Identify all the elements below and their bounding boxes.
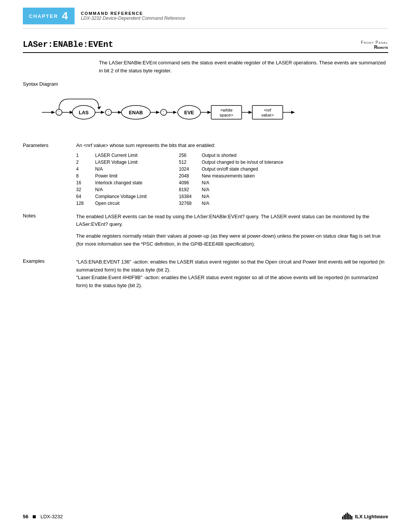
param-num: 8	[76, 173, 95, 179]
syntax-diagram-container: : LAS : ENAB	[23, 91, 388, 133]
header-right: COMMAND REFERENCE LDX-3232 Device-Depend…	[75, 8, 191, 24]
param-desc: N/A	[95, 166, 179, 173]
svg-text:<nrf: <nrf	[264, 108, 271, 112]
remote-label: Remote	[361, 45, 388, 50]
param-desc2: N/A	[202, 193, 388, 200]
svg-marker-1	[51, 111, 55, 114]
header-subtitle: LDX-3232 Device-Dependent Command Refere…	[81, 16, 185, 21]
param-num: 32	[76, 186, 95, 193]
header: CHAPTER 4 COMMAND REFERENCE LDX-3232 Dev…	[0, 0, 411, 28]
command-title: LASer:ENABle:EVEnt	[23, 40, 113, 50]
param-num: 2	[76, 159, 95, 166]
svg-rect-38	[344, 515, 345, 519]
parameters-label: Parameters	[23, 142, 76, 207]
param-desc: Compliance Voltage Limit	[95, 193, 179, 200]
syntax-diagram-svg: : LAS : ENAB	[38, 95, 327, 129]
table-row: 1 LASER Current Limit 256 Output is shor…	[76, 152, 388, 159]
param-desc: Power limit	[95, 173, 179, 179]
parameters-section: Parameters An <nrf value> whose sum repr…	[23, 142, 388, 207]
param-desc2: New measurements taken	[202, 173, 388, 179]
param-num2: 16384	[179, 193, 202, 200]
chapter-number: 4	[62, 11, 69, 21]
examples-label: Examples	[23, 258, 76, 290]
svg-marker-9	[101, 111, 105, 114]
footer: 56 LDX-3232 ILX Lightwave	[23, 513, 388, 521]
parameters-table: 1 LASER Current Limit 256 Output is shor…	[76, 152, 388, 207]
logo-text: ILX Lightwave	[355, 514, 388, 519]
footer-dot	[33, 515, 36, 518]
svg-text:<white: <white	[220, 108, 233, 112]
notes-label: Notes	[23, 213, 76, 252]
table-row: 2 LASER Voltage Limit 512 Output changed…	[76, 159, 388, 166]
table-row: 32 N/A 8192 N/A	[76, 186, 388, 193]
chapter-label: CHAPTER	[29, 13, 58, 19]
svg-marker-36	[97, 105, 101, 110]
svg-marker-30	[249, 111, 252, 114]
table-row: 16 Interlock changed state 4096 N/A	[76, 179, 388, 186]
footer-logo: ILX Lightwave	[342, 513, 388, 521]
example-paragraph: "LAS:ENAB:EVENT 136" -action: enables th…	[76, 258, 388, 274]
svg-rect-39	[345, 514, 346, 519]
svg-rect-41	[348, 514, 349, 519]
param-num2: 8192	[179, 186, 202, 193]
footer-left: 56 LDX-3232	[23, 514, 63, 519]
footer-page-number: 56	[23, 514, 28, 519]
svg-marker-25	[207, 111, 211, 114]
svg-text:space>: space>	[220, 113, 233, 117]
param-desc: Interlock changed state	[95, 179, 179, 186]
svg-text:value>: value>	[261, 113, 274, 117]
param-desc2: N/A	[202, 200, 388, 207]
param-num2: 256	[179, 152, 202, 159]
param-num2: 512	[179, 159, 202, 166]
syntax-label: Syntax Diagram	[23, 81, 388, 87]
table-row: 8 Power limit 2048 New measurements take…	[76, 173, 388, 179]
note-paragraph: The enable registers normally retain the…	[76, 232, 388, 248]
svg-text::: :	[58, 109, 60, 115]
param-num2: 1024	[179, 166, 202, 173]
svg-text:LAS: LAS	[79, 110, 89, 115]
chapter-box: CHAPTER 4	[23, 8, 75, 24]
example-paragraph: "Laser:Enable:Event #H0F9B" -action: ena…	[76, 274, 388, 290]
panel-labels: Front Panel Remote	[361, 40, 388, 50]
param-desc2: Output changed to be in/out of tolerance	[202, 159, 388, 166]
front-panel-label: Front Panel	[361, 40, 388, 45]
examples-content: "LAS:ENAB:EVENT 136" -action: enables th…	[76, 258, 388, 290]
param-num: 128	[76, 200, 95, 207]
parameters-description: An <nrf value> whose sum represents the …	[76, 142, 388, 148]
param-num: 4	[76, 166, 95, 173]
svg-marker-35	[291, 111, 295, 114]
param-desc2: N/A	[202, 179, 388, 186]
command-reference-title: COMMAND REFERENCE	[81, 11, 185, 16]
svg-marker-21	[173, 111, 177, 114]
param-num2: 32768	[179, 200, 202, 207]
svg-text::: :	[108, 109, 109, 115]
notes-section: Notes The enabled LASER events can be re…	[23, 213, 388, 252]
table-row: 128 Open circuit 32768 N/A	[76, 200, 388, 207]
notes-content: The enabled LASER events can be read by …	[76, 213, 388, 252]
logo-bars-icon	[342, 513, 353, 521]
table-row: 4 N/A 1024 Output on/off state changed	[76, 166, 388, 173]
param-desc2: Output on/off state changed	[202, 166, 388, 173]
table-row: 64 Compliance Voltage Limit 16384 N/A	[76, 193, 388, 200]
svg-text:EVE: EVE	[184, 110, 194, 115]
svg-rect-42	[350, 515, 351, 519]
command-title-row: LASer:ENABle:EVEnt Front Panel Remote	[23, 40, 388, 53]
svg-rect-40	[347, 513, 348, 519]
param-num: 16	[76, 179, 95, 186]
param-num2: 2048	[179, 173, 202, 179]
param-desc: LASER Current Limit	[95, 152, 179, 159]
examples-section: Examples "LAS:ENAB:EVENT 136" -action: e…	[23, 258, 388, 290]
command-description: The LASer:ENABle:EVEnt command sets the …	[99, 59, 388, 75]
param-num: 1	[76, 152, 95, 159]
note-paragraph: The enabled LASER events can be read by …	[76, 213, 388, 229]
param-desc2: Output is shorted	[202, 152, 388, 159]
param-desc2: N/A	[202, 186, 388, 193]
content-area: LASer:ENABle:EVEnt Front Panel Remote Th…	[0, 29, 411, 316]
svg-marker-17	[156, 111, 160, 114]
param-num2: 4096	[179, 179, 202, 186]
svg-text::: :	[163, 109, 164, 115]
param-num: 64	[76, 193, 95, 200]
footer-model: LDX-3232	[40, 514, 63, 519]
parameters-content: An <nrf value> whose sum represents the …	[76, 142, 388, 207]
page: CHAPTER 4 COMMAND REFERENCE LDX-3232 Dev…	[0, 0, 411, 532]
